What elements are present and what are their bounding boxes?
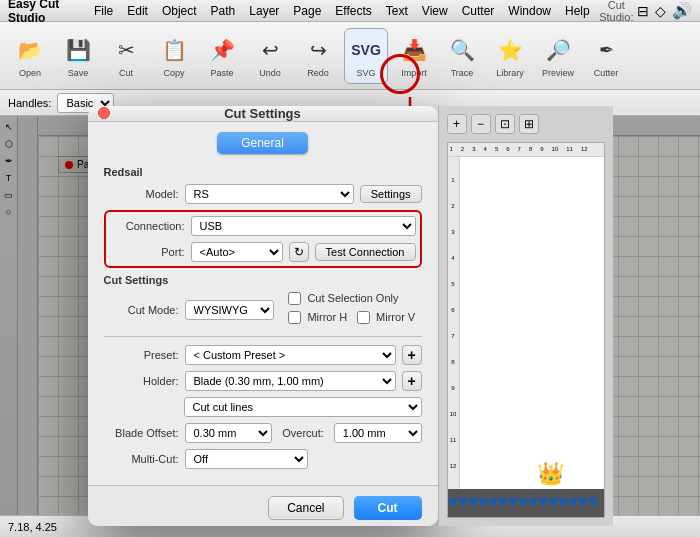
actual-size-button[interactable]: ⊞ xyxy=(519,114,539,134)
dialog-body: General Redsail Model: RS Settings xyxy=(88,122,438,485)
import-button[interactable]: 📥 Import xyxy=(392,28,436,84)
import-icon: 📥 xyxy=(398,34,430,66)
mirror-v-checkbox[interactable] xyxy=(357,311,370,324)
handles-label: Handles: xyxy=(8,97,51,109)
svg-label: SVG xyxy=(356,68,375,78)
general-button[interactable]: General xyxy=(217,132,308,154)
cut-lines-select[interactable]: Cut cut lines xyxy=(184,397,422,417)
menu-page[interactable]: Page xyxy=(287,2,327,20)
paste-button[interactable]: 📌 Paste xyxy=(200,28,244,84)
zoom-out-button[interactable]: − xyxy=(471,114,491,134)
cut-lines-row: Cut cut lines xyxy=(184,397,422,417)
port-label: Port: xyxy=(110,246,185,258)
menu-path[interactable]: Path xyxy=(205,2,242,20)
menu-view[interactable]: View xyxy=(416,2,454,20)
preview-content: 123456789101112 👑 xyxy=(448,157,604,517)
port-row: Port: <Auto> ↻ Test Connection xyxy=(110,242,416,262)
preset-select[interactable]: < Custom Preset > xyxy=(185,345,396,365)
preview-button[interactable]: 🔎 Preview xyxy=(536,28,580,84)
paste-label: Paste xyxy=(210,68,233,78)
mirror-h-label: Mirror H xyxy=(307,311,347,323)
cut-selection-label: Cut Selection Only xyxy=(307,292,398,304)
blade-offset-label: Blade Offset: xyxy=(104,427,179,439)
overcut-select[interactable]: 1.00 mm xyxy=(334,423,422,443)
connection-port-group: Connection: USB Port: <Auto> ↻ Test Conn xyxy=(104,210,422,268)
modal-overlay: Cut Settings General Redsail Model: RS xyxy=(0,116,700,515)
redo-label: Redo xyxy=(307,68,329,78)
holder-label: Holder: xyxy=(104,375,179,387)
menu-file[interactable]: File xyxy=(88,2,119,20)
library-icon: ⭐ xyxy=(494,34,526,66)
trace-label: Trace xyxy=(451,68,474,78)
maximize-btn[interactable]: ◇ xyxy=(655,3,666,19)
cutter-button[interactable]: ✒ Cutter xyxy=(584,28,628,84)
menu-text[interactable]: Text xyxy=(380,2,414,20)
settings-button[interactable]: Settings xyxy=(360,185,422,203)
paste-icon: 📌 xyxy=(206,34,238,66)
crown-icon: 👑 xyxy=(537,461,564,487)
refresh-button[interactable]: ↻ xyxy=(289,242,309,262)
test-connection-button[interactable]: Test Connection xyxy=(315,243,416,261)
trace-icon: 🔍 xyxy=(446,34,478,66)
connection-label: Connection: xyxy=(110,220,185,232)
port-select[interactable]: <Auto> xyxy=(191,242,283,262)
undo-button[interactable]: ↩ Undo xyxy=(248,28,292,84)
dialog-close-button[interactable] xyxy=(98,107,110,119)
cut-icon: ✂ xyxy=(110,34,142,66)
cut-button[interactable]: ✂ Cut xyxy=(104,28,148,84)
menu-window[interactable]: Window xyxy=(502,2,557,20)
library-button[interactable]: ⭐ Library xyxy=(488,28,532,84)
model-label: Model: xyxy=(104,188,179,200)
cut-selection-row: Cut Selection Only xyxy=(288,292,421,305)
cancel-button[interactable]: Cancel xyxy=(268,496,343,520)
redo-button[interactable]: ↪ Redo xyxy=(296,28,340,84)
copy-label: Copy xyxy=(163,68,184,78)
connection-select[interactable]: USB xyxy=(191,216,416,236)
holder-select[interactable]: Blade (0.30 mm, 1.00 mm) xyxy=(185,371,396,391)
mirror-h-checkbox[interactable] xyxy=(288,311,301,324)
copy-button[interactable]: 📋 Copy xyxy=(152,28,196,84)
section-divider xyxy=(104,336,422,337)
holder-add-button[interactable]: + xyxy=(402,371,422,391)
menu-cutter[interactable]: Cutter xyxy=(456,2,501,20)
multi-cut-label: Multi-Cut: xyxy=(104,453,179,465)
multi-cut-select[interactable]: Off xyxy=(185,449,309,469)
undo-label: Undo xyxy=(259,68,281,78)
cut-settings-dialog: Cut Settings General Redsail Model: RS xyxy=(88,106,438,526)
model-row: Model: RS Settings xyxy=(104,184,422,204)
library-label: Library xyxy=(496,68,524,78)
cut-selection-checkbox[interactable] xyxy=(288,292,301,305)
save-button[interactable]: 💾 Save xyxy=(56,28,100,84)
volume-icon[interactable]: 🔊 xyxy=(672,1,692,20)
preview-icon: 🔎 xyxy=(542,34,574,66)
redo-icon: ↪ xyxy=(302,34,334,66)
menu-edit[interactable]: Edit xyxy=(121,2,154,20)
app-name: Easy Cut Studio xyxy=(8,0,80,25)
overcut-label: Overcut: xyxy=(282,427,324,439)
holder-row: Holder: Blade (0.30 mm, 1.00 mm) + xyxy=(104,371,422,391)
trace-button[interactable]: 🔍 Trace xyxy=(440,28,484,84)
blade-offset-select[interactable]: 0.30 mm xyxy=(185,423,273,443)
preset-add-button[interactable]: + xyxy=(402,345,422,365)
mirror-v-row: Mirror V xyxy=(357,311,415,324)
multi-cut-row: Multi-Cut: Off xyxy=(104,449,422,469)
menu-object[interactable]: Object xyxy=(156,2,203,20)
cut-mode-select[interactable]: WYSIWYG xyxy=(185,300,275,320)
fit-button[interactable]: ⊡ xyxy=(495,114,515,134)
model-select[interactable]: RS xyxy=(185,184,354,204)
cut-label: Cut xyxy=(119,68,133,78)
preset-label: Preset: xyxy=(104,349,179,361)
cut-action-button[interactable]: Cut xyxy=(354,496,422,520)
open-button[interactable]: 📂 Open xyxy=(8,28,52,84)
svg-button[interactable]: SVG SVG xyxy=(344,28,388,84)
general-btn-container: General xyxy=(104,132,422,154)
menu-layer[interactable]: Layer xyxy=(243,2,285,20)
cut-mode-label: Cut Mode: xyxy=(104,304,179,316)
open-label: Open xyxy=(19,68,41,78)
zoom-in-button[interactable]: + xyxy=(447,114,467,134)
menu-effects[interactable]: Effects xyxy=(329,2,377,20)
minimize-btn[interactable]: ⊟ xyxy=(637,3,649,19)
preview-ruler: 1 2 3 4 5 6 7 8 9 10 11 12 xyxy=(448,143,604,157)
menu-help[interactable]: Help xyxy=(559,2,596,20)
cutter-label: Cutter xyxy=(594,68,619,78)
